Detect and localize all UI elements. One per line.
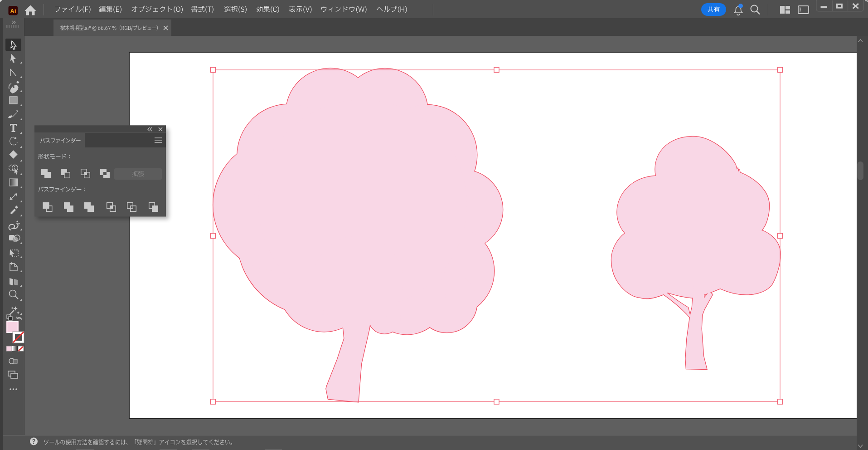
svg-text:Ai: Ai <box>10 8 16 15</box>
